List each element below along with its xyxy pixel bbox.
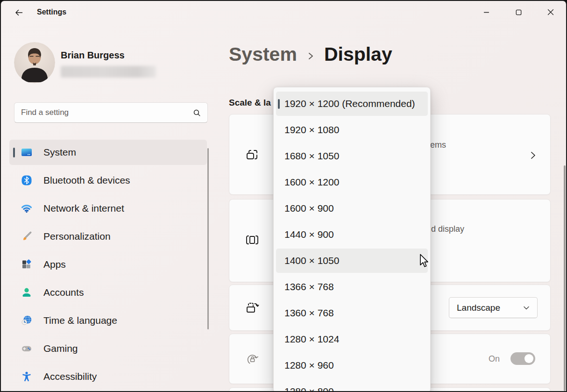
resolution-option[interactable]: 1680 × 1050 — [276, 144, 428, 168]
sidebar-item-time-language[interactable]: Time & language — [9, 308, 207, 333]
sidebar-item-apps[interactable]: Apps — [9, 252, 207, 277]
sidebar-item-label: Network & internet — [43, 196, 124, 221]
resolution-description-fragment: d display — [431, 224, 464, 234]
network-wifi-icon — [21, 203, 32, 214]
sidebar-item-personalization[interactable]: Personalization — [9, 224, 207, 249]
accounts-person-icon — [21, 287, 32, 298]
chevron-right-icon[interactable] — [530, 151, 537, 159]
resolution-option[interactable]: 1280 × 960 — [276, 353, 428, 378]
orientation-dropdown-value: Landscape — [457, 303, 500, 313]
minimize-button[interactable] — [475, 3, 497, 21]
mouse-cursor — [419, 254, 429, 269]
sidebar-item-label: Accounts — [43, 280, 84, 305]
resolution-option[interactable]: 1600 × 1200 — [276, 170, 428, 194]
sidebar-item-accessibility[interactable]: Accessibility — [9, 364, 207, 389]
sidebar-item-label: Gaming — [43, 336, 78, 361]
resolution-option-hovered[interactable]: 1400 × 1050 — [276, 249, 428, 273]
resolution-option[interactable]: 1366 × 768 — [276, 275, 428, 299]
scale-icon — [245, 148, 260, 163]
user-name: Brian Burgess — [61, 50, 125, 61]
close-icon — [547, 9, 554, 15]
system-icon — [21, 147, 32, 158]
resolution-option[interactable]: 1600 × 900 — [276, 196, 428, 221]
sidebar-item-accounts[interactable]: Accounts — [9, 280, 207, 305]
back-button[interactable] — [10, 6, 27, 20]
sidebar-item-label: Accessibility — [43, 364, 97, 389]
breadcrumb-chevron-icon — [306, 52, 315, 60]
resolution-flyout: 1920 × 1200 (Recommended) 1920 × 1080 16… — [273, 87, 431, 392]
rotation-lock-icon — [245, 352, 260, 367]
personalization-brush-icon — [21, 231, 32, 242]
sidebar-item-system[interactable]: System — [9, 140, 207, 165]
resolution-option[interactable]: 1440 × 900 — [276, 222, 428, 247]
toggle-state-label: On — [489, 354, 500, 364]
sidebar-item-label: Apps — [43, 252, 66, 277]
resolution-option[interactable]: 1280 × 1024 — [276, 327, 428, 351]
avatar — [14, 42, 55, 83]
time-language-globe-clock-icon — [21, 315, 32, 326]
resolution-icon — [245, 233, 260, 248]
sidebar-item-gaming[interactable]: Gaming — [9, 336, 207, 361]
app-title: Settings — [37, 8, 66, 16]
search-box — [14, 102, 208, 123]
sidebar-nav: System Bluetooth & devices Network & int… — [9, 140, 207, 392]
toggle-knob — [524, 354, 533, 363]
scale-description-fragment: ems — [430, 140, 446, 150]
rotation-lock-toggle[interactable] — [510, 352, 535, 365]
orientation-dropdown[interactable]: Landscape — [449, 297, 538, 318]
minimize-icon — [483, 9, 489, 15]
gaming-gamepad-icon — [21, 343, 32, 354]
maximize-icon — [516, 9, 522, 15]
resolution-option[interactable]: 1920 × 1080 — [276, 118, 428, 142]
breadcrumb: System Display — [229, 41, 392, 67]
sidebar-item-label: Bluetooth & devices — [43, 168, 130, 193]
sidebar-item-bluetooth-devices[interactable]: Bluetooth & devices — [9, 168, 207, 193]
back-arrow-icon — [14, 8, 24, 17]
resolution-option[interactable]: 1280 × 800 — [276, 379, 428, 392]
section-heading-scale-layout: Scale & la — [229, 98, 271, 108]
chevron-down-icon — [523, 306, 530, 311]
bluetooth-icon — [21, 175, 32, 186]
accessibility-person-icon — [21, 371, 32, 382]
close-button[interactable] — [540, 3, 561, 21]
settings-window: Settings Brian Burgess — [0, 0, 567, 392]
resolution-option-selected[interactable]: 1920 × 1200 (Recommended) — [276, 92, 428, 116]
search-icon[interactable] — [193, 109, 201, 117]
user-email-redacted — [61, 66, 156, 78]
sidebar-scrollbar[interactable] — [207, 148, 209, 329]
orientation-icon — [245, 300, 260, 315]
sidebar-item-label: Personalization — [43, 224, 111, 249]
main-scrollbar[interactable] — [564, 165, 566, 391]
sidebar-item-network-internet[interactable]: Network & internet — [9, 196, 207, 221]
sidebar-item-label: System — [43, 140, 76, 165]
maximize-button[interactable] — [508, 3, 529, 21]
breadcrumb-system[interactable]: System — [229, 43, 297, 65]
breadcrumb-display: Display — [324, 43, 392, 65]
apps-icon — [21, 259, 32, 270]
resolution-option[interactable]: 1360 × 768 — [276, 301, 428, 325]
sidebar-item-label: Time & language — [43, 308, 117, 333]
search-input[interactable] — [21, 103, 194, 122]
